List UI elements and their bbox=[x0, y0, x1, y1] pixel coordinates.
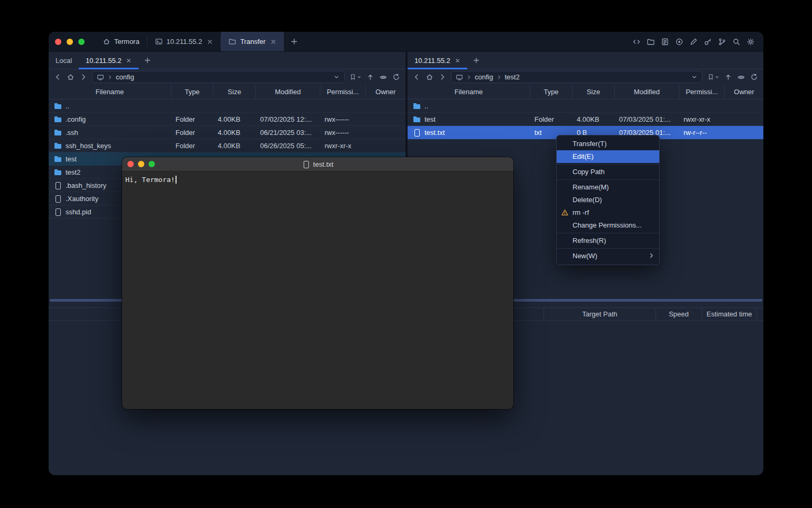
editor-close-button[interactable] bbox=[127, 161, 134, 167]
file-row[interactable]: .config Folder 4.00KB 07/02/2025 12:... … bbox=[49, 113, 405, 126]
folder-icon bbox=[54, 142, 62, 150]
file-row[interactable]: .. bbox=[49, 99, 405, 113]
close-icon[interactable] bbox=[126, 58, 132, 64]
breadcrumb-segment[interactable]: config bbox=[475, 73, 493, 81]
left-path-bar[interactable]: config bbox=[92, 71, 345, 83]
menu-item-new[interactable]: New(W) bbox=[557, 250, 659, 262]
new-tab-button[interactable] bbox=[284, 32, 304, 51]
menu-divider bbox=[557, 164, 659, 165]
file-icon bbox=[54, 195, 62, 203]
menu-item-transfer[interactable]: Transfer(T) bbox=[557, 138, 659, 150]
column-header-owner[interactable]: Owner bbox=[724, 85, 763, 99]
menu-item-change-permissions[interactable]: Change Permissions... bbox=[557, 219, 659, 232]
column-header-filename[interactable]: Filename bbox=[49, 85, 171, 99]
left-tab-session[interactable]: 10.211.55.2 bbox=[79, 52, 139, 69]
file-permissions bbox=[679, 99, 724, 112]
forward-button[interactable] bbox=[79, 73, 87, 81]
column-header-target-path[interactable]: Target Path bbox=[543, 308, 656, 320]
log-icon[interactable] bbox=[661, 38, 669, 46]
bookmark-button[interactable] bbox=[349, 74, 362, 80]
refresh-button[interactable] bbox=[750, 73, 758, 81]
right-path-bar[interactable]: config test2 bbox=[451, 71, 703, 83]
editor-title: test.txt bbox=[313, 160, 333, 168]
tab-transfer[interactable]: Transfer bbox=[221, 32, 284, 51]
record-icon[interactable] bbox=[675, 38, 684, 46]
key-icon[interactable] bbox=[704, 38, 712, 46]
editor-titlebar[interactable]: test.txt bbox=[122, 157, 513, 171]
editor-zoom-button[interactable] bbox=[149, 161, 155, 167]
file-type bbox=[171, 99, 213, 112]
zoom-window-button[interactable] bbox=[78, 39, 85, 45]
file-permissions: rwx------ bbox=[320, 126, 365, 139]
back-button[interactable] bbox=[413, 73, 421, 81]
breadcrumb-segment[interactable]: test2 bbox=[505, 73, 520, 81]
menu-item-label: New(W) bbox=[573, 252, 597, 260]
tab-label: Local bbox=[56, 57, 72, 65]
file-owner bbox=[365, 99, 405, 112]
column-header-size[interactable]: Size bbox=[572, 85, 614, 99]
column-header-filename[interactable]: Filename bbox=[408, 85, 530, 99]
folder-icon bbox=[54, 129, 62, 137]
file-row[interactable]: .ssh Folder 4.00KB 06/21/2025 03:... rwx… bbox=[49, 126, 405, 139]
back-button[interactable] bbox=[54, 73, 62, 81]
minimize-window-button[interactable] bbox=[67, 39, 73, 45]
close-icon[interactable] bbox=[270, 39, 276, 45]
close-icon[interactable] bbox=[455, 58, 460, 64]
file-row[interactable]: ssh_host_keys Folder 4.00KB 06/26/2025 0… bbox=[49, 139, 405, 152]
folder-icon[interactable] bbox=[647, 38, 655, 46]
parent-directory-button[interactable] bbox=[366, 73, 374, 81]
file-name: .ssh bbox=[66, 129, 78, 137]
breadcrumb-segment[interactable]: config bbox=[116, 73, 134, 81]
chevron-down-icon[interactable] bbox=[691, 74, 698, 80]
menu-item-copy-path[interactable]: Copy Path bbox=[557, 166, 659, 178]
file-name: test bbox=[425, 115, 436, 123]
branch-icon[interactable] bbox=[718, 38, 726, 46]
column-header-modified[interactable]: Modified bbox=[614, 85, 679, 99]
show-hidden-files-button[interactable] bbox=[737, 73, 745, 81]
search-icon[interactable] bbox=[732, 38, 741, 46]
code-icon[interactable] bbox=[632, 38, 641, 46]
file-name: .config bbox=[66, 115, 86, 123]
folder-icon bbox=[54, 168, 62, 176]
app-tab-termora[interactable]: Termora bbox=[95, 32, 147, 51]
close-icon[interactable] bbox=[207, 39, 213, 45]
left-tab-local[interactable]: Local bbox=[49, 52, 79, 69]
column-header-modified[interactable]: Modified bbox=[255, 85, 320, 99]
left-new-tab-button[interactable] bbox=[139, 52, 156, 69]
forward-button[interactable] bbox=[438, 73, 446, 81]
parent-directory-button[interactable] bbox=[724, 73, 732, 81]
editor-content[interactable]: Hi, Termora! bbox=[122, 171, 513, 188]
edit-icon[interactable] bbox=[689, 38, 698, 46]
file-name: .. bbox=[425, 102, 428, 110]
menu-item-edit[interactable]: Edit(E) bbox=[557, 150, 659, 163]
menu-item-refresh[interactable]: Refresh(R) bbox=[557, 234, 659, 247]
menu-item-delete[interactable]: Delete(D) bbox=[557, 194, 659, 206]
home-button[interactable] bbox=[67, 73, 75, 81]
show-hidden-files-button[interactable] bbox=[379, 73, 387, 81]
refresh-button[interactable] bbox=[392, 73, 400, 81]
file-row[interactable]: .. bbox=[408, 99, 763, 113]
titlebar-toolbar bbox=[632, 32, 763, 51]
column-header-type[interactable]: Type bbox=[530, 85, 572, 99]
terminal-icon bbox=[155, 38, 163, 46]
file-row[interactable]: test Folder 4.00KB 07/03/2025 01:... rwx… bbox=[408, 113, 763, 126]
editor-minimize-button[interactable] bbox=[138, 161, 144, 167]
column-header-permissions[interactable]: Permissi... bbox=[679, 85, 724, 99]
column-header-owner[interactable]: Owner bbox=[365, 85, 405, 99]
chevron-down-icon[interactable] bbox=[333, 74, 340, 80]
right-tab-session[interactable]: 10.211.55.2 bbox=[408, 52, 467, 69]
file-modified: 07/03/2025 01:... bbox=[614, 113, 679, 125]
close-window-button[interactable] bbox=[55, 39, 61, 45]
right-new-tab-button[interactable] bbox=[467, 52, 485, 69]
menu-item-rename[interactable]: Rename(M) bbox=[557, 181, 659, 194]
column-header-type[interactable]: Type bbox=[171, 85, 213, 99]
column-header-permissions[interactable]: Permissi... bbox=[320, 85, 365, 99]
column-header-size[interactable]: Size bbox=[213, 85, 255, 99]
home-button[interactable] bbox=[426, 73, 433, 81]
bookmark-button[interactable] bbox=[707, 74, 719, 80]
column-header-speed[interactable]: Speed bbox=[656, 308, 702, 320]
column-header-estimated-time[interactable]: Estimated time bbox=[702, 308, 756, 320]
settings-icon[interactable] bbox=[746, 38, 755, 46]
tab-session[interactable]: 10.211.55.2 bbox=[147, 32, 221, 51]
menu-item-rm-rf[interactable]: rm -rf bbox=[557, 206, 659, 219]
